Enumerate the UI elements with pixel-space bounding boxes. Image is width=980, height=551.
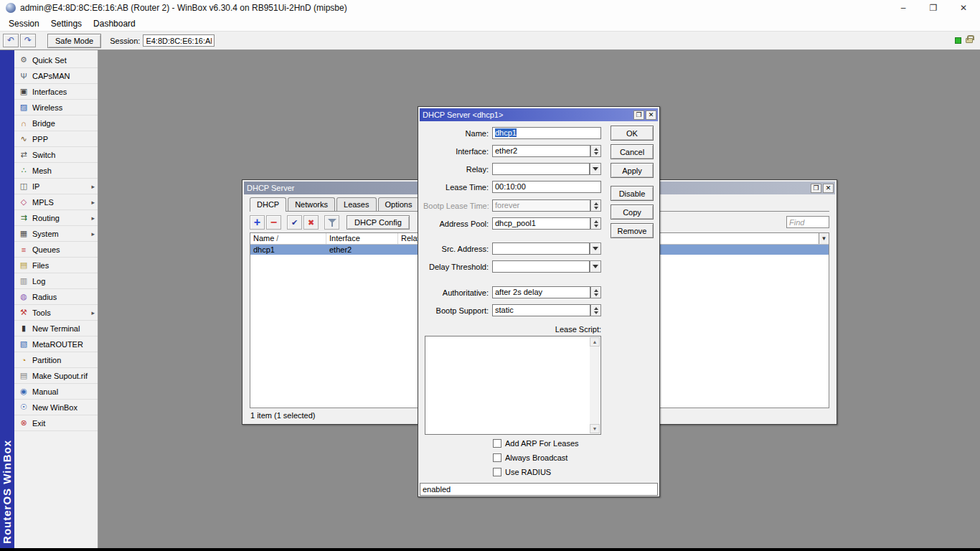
sidebar-item-quick-set[interactable]: ⚙Quick Set <box>14 52 98 68</box>
redo-button[interactable]: ↷ <box>20 34 36 47</box>
filter-dropdown[interactable]: ▼ <box>819 233 829 244</box>
bootp-lease-time-combo[interactable]: forever <box>492 199 601 212</box>
sidebar-item-log[interactable]: ▥Log <box>14 273 98 289</box>
sidebar-item-mesh[interactable]: ∴Mesh <box>14 163 98 179</box>
sidebar-item-label: Bridge <box>32 119 95 128</box>
tab-options[interactable]: Options <box>378 197 420 211</box>
undo-button[interactable]: ↶ <box>3 34 19 47</box>
address-pool-value[interactable]: dhcp_pool1 <box>492 217 590 230</box>
maximize-button[interactable]: ❐ <box>928 3 938 13</box>
updown-toggle-icon[interactable] <box>590 304 601 316</box>
sidebar-item-tools[interactable]: ⚒Tools▸ <box>14 305 98 321</box>
sidebar-item-new-winbox[interactable]: ☉New WinBox <box>14 400 98 415</box>
src-address-combo[interactable] <box>492 242 601 255</box>
updown-toggle-icon[interactable] <box>590 286 601 298</box>
sidebar-item-new-terminal[interactable]: ▮New Terminal <box>14 321 98 336</box>
sidebar-item-exit[interactable]: ⊗Exit <box>14 415 98 431</box>
cell-interface: ether2 <box>326 245 398 254</box>
bootp-support-value[interactable]: static <box>492 304 590 316</box>
remove-button[interactable]: − <box>266 215 281 230</box>
sidebar-item-metarouter[interactable]: ▧MetaROUTER <box>14 336 98 352</box>
remove-button[interactable]: Remove <box>611 223 654 238</box>
sidebar-item-ppp[interactable]: ∿PPP <box>14 131 98 147</box>
maximize-button[interactable]: ❐ <box>633 110 644 120</box>
relay-combo[interactable] <box>492 163 601 175</box>
copy-button[interactable]: Copy <box>611 204 654 220</box>
tab-leases[interactable]: Leases <box>336 197 376 211</box>
sidebar-item-bridge[interactable]: ∩Bridge <box>14 116 98 131</box>
app-titlebar[interactable]: admin@E4:8D:8C:E6:16:AB (Router 2) - Win… <box>0 0 980 16</box>
close-button[interactable]: ✕ <box>646 110 656 120</box>
interface-value[interactable]: ether2 <box>492 145 590 157</box>
sidebar-item-manual[interactable]: ◉Manual <box>14 384 98 400</box>
menu-session[interactable]: Session <box>3 17 45 30</box>
cancel-button[interactable]: Cancel <box>611 144 654 159</box>
dhcp-config-button[interactable]: DHCP Config <box>347 215 410 230</box>
src-address-value[interactable] <box>492 242 590 255</box>
scrollbar[interactable]: ▲ ▼ <box>590 337 600 433</box>
routing-icon: ⇉ <box>18 213 29 222</box>
sidebar-item-files[interactable]: ▤Files <box>14 258 98 273</box>
sidebar-item-routing[interactable]: ⇉Routing▸ <box>14 210 98 226</box>
name-input[interactable]: dhcp1 <box>492 127 601 139</box>
authoritative-value[interactable]: after 2s delay <box>492 286 590 298</box>
sidebar-item-partition[interactable]: ◔Partition <box>14 352 98 368</box>
sidebar-item-make-supout[interactable]: ▤Make Supout.rif <box>14 368 98 384</box>
updown-toggle-icon[interactable] <box>590 145 601 157</box>
authoritative-combo[interactable]: after 2s delay <box>492 286 601 298</box>
scroll-up-icon[interactable]: ▲ <box>590 337 600 347</box>
sidebar-item-mpls[interactable]: ◇MPLS▸ <box>14 194 98 210</box>
dropdown-arrow-icon[interactable] <box>590 163 601 175</box>
delay-threshold-combo[interactable] <box>492 260 601 273</box>
minimize-button[interactable]: – <box>898 3 908 13</box>
enable-button[interactable]: ✔ <box>287 215 302 230</box>
safe-mode-button[interactable]: Safe Mode <box>47 34 101 48</box>
lease-script-textarea[interactable]: ▲ ▼ <box>425 336 601 435</box>
updown-toggle-icon[interactable] <box>590 217 601 230</box>
menu-dashboard[interactable]: Dashboard <box>88 17 141 30</box>
column-header-interface[interactable]: Interface <box>326 233 398 244</box>
sidebar-item-queues[interactable]: ≡Queues <box>14 242 98 258</box>
close-button[interactable]: ✕ <box>958 3 969 13</box>
sidebar-item-ip[interactable]: ◫IP▸ <box>14 179 98 194</box>
menu-settings[interactable]: Settings <box>45 17 88 30</box>
delay-threshold-value[interactable] <box>492 260 590 273</box>
add-button[interactable]: + <box>250 215 265 230</box>
session-input[interactable] <box>143 34 215 47</box>
connection-status-icon <box>955 37 961 44</box>
lease-time-input[interactable]: 00:10:00 <box>492 181 601 193</box>
tab-networks[interactable]: Networks <box>288 197 335 211</box>
lease-time-value[interactable]: 00:10:00 <box>492 181 601 193</box>
ok-button[interactable]: OK <box>611 126 654 141</box>
maximize-button[interactable]: ❐ <box>811 184 821 193</box>
relay-value[interactable] <box>492 163 590 175</box>
dropdown-arrow-icon[interactable] <box>590 260 601 273</box>
disable-button[interactable]: Disable <box>611 186 654 201</box>
use-radius-checkbox[interactable]: Use RADIUS <box>493 467 551 477</box>
add-arp-for-leases-checkbox[interactable]: Add ARP For Leases <box>493 438 579 448</box>
always-broadcast-checkbox[interactable]: Always Broadcast <box>493 453 567 463</box>
mesh-icon: ∴ <box>18 166 29 175</box>
scroll-down-icon[interactable]: ▼ <box>590 424 600 433</box>
bootp-lease-time-value[interactable]: forever <box>492 199 590 212</box>
sidebar-item-system[interactable]: ▦System▸ <box>14 226 98 242</box>
sidebar-item-wireless[interactable]: ▨Wireless <box>14 100 98 116</box>
address-pool-combo[interactable]: dhcp_pool1 <box>492 217 601 230</box>
filter-button[interactable] <box>324 215 339 230</box>
updown-toggle-icon[interactable] <box>590 199 601 212</box>
sidebar-item-interfaces[interactable]: ▣Interfaces <box>14 84 98 100</box>
sidebar-item-switch[interactable]: ⇄Switch <box>14 147 98 163</box>
dialog-titlebar[interactable]: DHCP Server <dhcp1> ❐ ✕ <box>420 108 658 121</box>
interface-combo[interactable]: ether2 <box>492 145 601 157</box>
find-input[interactable] <box>786 216 829 228</box>
tab-dhcp[interactable]: DHCP <box>250 197 286 212</box>
sidebar-item-label: Switch <box>32 151 95 159</box>
dropdown-arrow-icon[interactable] <box>590 242 601 255</box>
column-header-name[interactable]: Name/ <box>250 233 326 244</box>
apply-button[interactable]: Apply <box>611 163 654 178</box>
bootp-support-combo[interactable]: static <box>492 304 601 316</box>
sidebar-item-capsman[interactable]: ΨCAPsMAN <box>14 68 98 84</box>
disable-button[interactable]: ✖ <box>303 215 319 230</box>
close-button[interactable]: ✕ <box>823 184 834 193</box>
sidebar-item-radius[interactable]: ◍Radius <box>14 289 98 305</box>
